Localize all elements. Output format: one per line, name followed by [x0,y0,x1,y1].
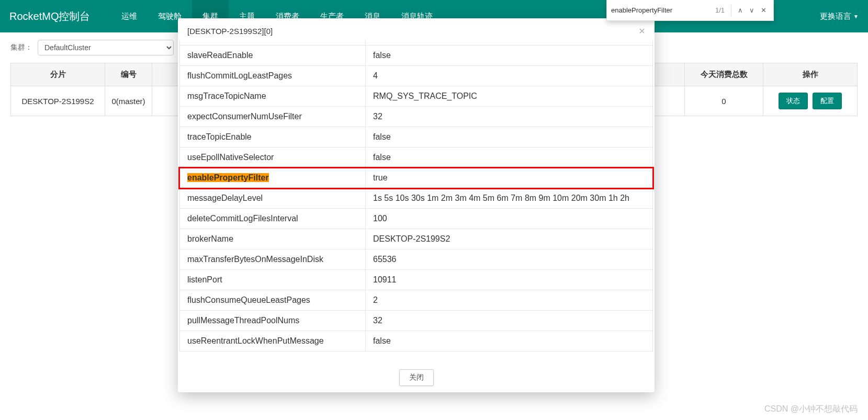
cell-consume: 0 [685,86,763,116]
language-switcher[interactable]: 更换语言 ▼ [820,12,859,21]
col-ops: 操作 [763,63,858,86]
config-row: enablePropertyFiltertrue [179,168,653,188]
config-value: 32 [366,107,652,127]
cluster-select[interactable]: DefaultCluster [38,40,174,55]
config-button[interactable]: 配置 [813,93,842,109]
find-close-icon[interactable]: ✕ [758,6,769,14]
config-key: deleteCommitLogFilesInterval [180,209,366,229]
config-key: brokerName [180,229,366,249]
browser-find-bar: enablePropertyFilter 1/1 ∧ ∨ ✕ [606,0,774,21]
cell-id: 0(master) [105,86,152,116]
cell-shard: DESKTOP-2S199S2 [11,86,105,116]
col-shard: 分片 [11,63,105,86]
config-key: pullMessageThreadPoolNums [180,311,366,331]
navbar-brand: RocketMQ控制台 [9,9,90,24]
config-key: enablePropertyFilter [180,168,366,188]
config-key: traceTopicEnable [180,127,366,147]
modal-body[interactable]: cleanFileForciblyEnabletrueslaveReadEnab… [178,40,655,364]
config-value: 2 [366,290,652,310]
config-row: traceTopicEnablefalse [179,127,653,147]
config-row: brokerNameDESKTOP-2S199S2 [179,229,653,249]
col-consume: 今天消费总数 [685,63,763,86]
config-row: pullMessageThreadPoolNums32 [179,311,653,331]
modal-title: [DESKTOP-2S199S2][0] [187,27,273,36]
find-count: 1/1 [715,6,725,14]
config-key: messageDelayLevel [180,188,366,208]
config-key: expectConsumerNumUseFilter [180,107,366,127]
nav-item-0[interactable]: 运维 [111,0,148,32]
config-value: 4 [366,66,652,86]
modal-footer: 关闭 [178,364,655,392]
config-value: false [366,127,652,147]
find-next-icon[interactable]: ∨ [746,6,758,14]
caret-down-icon: ▼ [853,14,859,19]
config-row: deleteCommitLogFilesInterval100 [179,209,653,229]
config-key: flushConsumeQueueLeastPages [180,290,366,310]
config-key: slaveReadEnable [180,46,366,65]
config-value: false [366,331,652,351]
config-value: true [366,168,652,188]
config-value: false [366,147,652,167]
config-value: RMQ_SYS_TRACE_TOPIC [366,86,652,106]
config-key: useEpollNativeSelector [180,147,366,167]
close-icon[interactable]: × [639,26,645,36]
cell-ops: 状态 配置 [763,86,858,116]
config-value: 65536 [366,249,652,269]
config-row: expectConsumerNumUseFilter32 [179,107,653,127]
config-row: flushCommitLogLeastPages4 [179,66,653,86]
config-row: messageDelayLevel1s 5s 10s 30s 1m 2m 3m … [179,188,653,209]
config-value: 32 [366,311,652,331]
config-key: msgTraceTopicName [180,86,366,106]
config-row: msgTraceTopicNameRMQ_SYS_TRACE_TOPIC [179,86,653,107]
config-value: 1s 5s 10s 30s 1m 2m 3m 4m 5m 6m 7m 8m 9m… [366,188,652,208]
find-input[interactable]: enablePropertyFilter [611,6,712,14]
config-key: maxTransferBytesOnMessageInDisk [180,249,366,269]
config-row: maxTransferBytesOnMessageInDisk65536 [179,249,653,270]
status-button[interactable]: 状态 [779,93,808,109]
config-modal: [DESKTOP-2S199S2][0] × cleanFileForcibly… [178,18,655,392]
config-row: flushConsumeQueueLeastPages2 [179,290,653,311]
language-label: 更换语言 [820,12,851,21]
config-row: useEpollNativeSelectorfalse [179,147,653,168]
config-key: flushCommitLogLeastPages [180,66,366,86]
config-row: slaveReadEnablefalse [179,46,653,66]
config-value: 100 [366,209,652,229]
find-prev-icon[interactable]: ∧ [735,6,746,14]
config-value: 10911 [366,270,652,290]
config-row: cleanFileForciblyEnabletrue [179,40,653,46]
config-key: cleanFileForciblyEnable [180,40,366,45]
config-value: true [366,40,652,45]
config-value: DESKTOP-2S199S2 [366,229,652,249]
config-key: listenPort [180,270,366,290]
find-separator [731,5,731,16]
config-row: listenPort10911 [179,270,653,290]
col-id: 编号 [105,63,152,86]
modal-header: [DESKTOP-2S199S2][0] × [178,18,655,40]
close-button[interactable]: 关闭 [399,369,434,386]
watermark: CSDN @小钟不想敲代码 [764,404,858,415]
config-value: false [366,46,652,65]
config-key: useReentrantLockWhenPutMessage [180,331,366,351]
config-row: useReentrantLockWhenPutMessagefalse [179,331,653,351]
cluster-filter-label: 集群： [10,43,32,52]
